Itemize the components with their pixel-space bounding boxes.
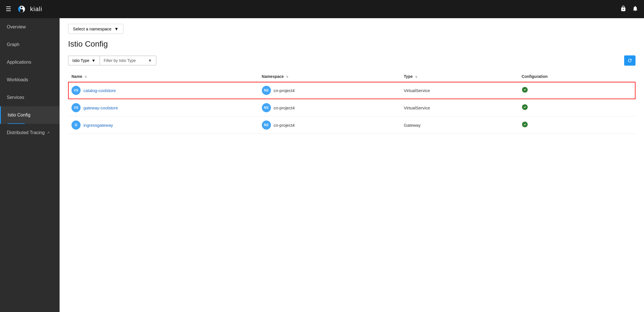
namespace-selector-chevron: ▼ <box>114 26 119 31</box>
page-title: Istio Config <box>68 39 635 49</box>
badge-ns-ingress: NS <box>262 120 271 130</box>
sidebar-item-istio-config[interactable]: Istio Config <box>0 106 60 124</box>
cell-type-gateway: VirtualService <box>400 99 518 117</box>
app-title: kiali <box>30 5 42 13</box>
sidebar-item-graph-label: Graph <box>7 42 53 47</box>
sidebar-item-services[interactable]: Services <box>0 89 60 106</box>
table-header: Name ⇅ Namespace ⇅ Type ⇅ Configuration <box>68 71 635 82</box>
badge-g-ingress: G <box>71 120 81 130</box>
filter-bar: Istio Type ▼ Filter by Istio Type ▼ <box>68 55 635 66</box>
sort-type-icon: ⇅ <box>415 75 417 78</box>
cell-name-ingress: G ingressgateway <box>68 117 258 134</box>
link-gateway-coolstore[interactable]: gateway-coolstore <box>83 105 118 110</box>
cell-status-ingress <box>518 117 635 134</box>
istio-config-table: Name ⇅ Namespace ⇅ Type ⇅ Configuration <box>68 71 635 134</box>
sort-name-icon: ⇅ <box>85 75 87 78</box>
cell-namespace-gateway: NS cn-project4 <box>258 99 401 117</box>
refresh-button[interactable] <box>624 55 635 66</box>
header-right <box>620 5 638 13</box>
namespace-gateway: cn-project4 <box>274 105 295 110</box>
kiali-logo-icon <box>16 3 27 15</box>
link-catalog-coolstore[interactable]: catalog-coolstore <box>83 88 116 93</box>
table-row: G ingressgateway NS cn-project4 Gateway <box>68 117 635 134</box>
filter-placeholder: Filter by Istio Type <box>104 58 136 63</box>
col-name[interactable]: Name ⇅ <box>68 71 258 82</box>
svg-point-1 <box>21 7 22 8</box>
sidebar-item-workloads-label: Workloads <box>7 77 53 82</box>
cell-status-gateway <box>518 99 635 117</box>
logo-area: kiali <box>16 3 42 15</box>
sidebar-item-workloads[interactable]: Workloads <box>0 71 60 89</box>
badge-ns-catalog: NS <box>262 86 271 95</box>
namespace-catalog: cn-project4 <box>274 88 295 93</box>
sidebar-item-distributed-tracing-label: Distributed Tracing ↗ <box>7 130 53 135</box>
cell-type-catalog: VirtualService <box>400 82 518 99</box>
status-ok-icon-ingress <box>522 122 528 129</box>
filter-dropdown-chevron: ▼ <box>148 58 152 63</box>
sidebar: Overview Graph Applications Workloads Se… <box>0 18 60 312</box>
cell-name-gateway: VS gateway-coolstore <box>68 99 258 117</box>
sidebar-item-applications[interactable]: Applications <box>0 53 60 71</box>
istio-type-label: Istio Type <box>72 58 89 63</box>
hamburger-icon[interactable]: ☰ <box>6 5 11 13</box>
bell-icon[interactable] <box>632 5 638 13</box>
sidebar-item-istio-config-label: Istio Config <box>8 113 53 118</box>
sidebar-item-services-label: Services <box>7 95 53 100</box>
top-header: ☰ kiali <box>0 0 644 18</box>
main-content: Select a namespace ▼ Istio Config Istio … <box>60 18 644 312</box>
badge-vs-gateway: VS <box>71 103 81 112</box>
namespace-selector-label: Select a namespace <box>73 26 111 31</box>
link-ingressgateway[interactable]: ingressgateway <box>83 123 113 128</box>
col-namespace[interactable]: Namespace ⇅ <box>258 71 401 82</box>
external-link-icon: ↗ <box>47 131 50 135</box>
sidebar-item-overview[interactable]: Overview <box>0 18 60 36</box>
istio-type-chevron: ▼ <box>92 58 96 63</box>
col-configuration: Configuration <box>518 71 635 82</box>
namespace-selector[interactable]: Select a namespace ▼ <box>68 24 123 34</box>
sidebar-item-graph[interactable]: Graph <box>0 36 60 53</box>
main-layout: Overview Graph Applications Workloads Se… <box>0 18 644 312</box>
cell-namespace-catalog: NS cn-project4 <box>258 82 401 99</box>
cell-namespace-ingress: NS cn-project4 <box>258 117 401 134</box>
cell-status-catalog <box>518 82 635 99</box>
lock-icon[interactable] <box>620 5 626 13</box>
sort-namespace-icon: ⇅ <box>286 75 288 78</box>
status-ok-icon-catalog <box>522 88 528 94</box>
col-type[interactable]: Type ⇅ <box>400 71 518 82</box>
cell-name-catalog: VS catalog-coolstore <box>68 82 258 99</box>
istio-type-filter-button[interactable]: Istio Type ▼ <box>68 56 100 65</box>
badge-ns-gateway: NS <box>262 103 271 112</box>
filter-by-istio-type-dropdown[interactable]: Filter by Istio Type ▼ <box>100 56 156 65</box>
table-body: VS catalog-coolstore NS cn-project4 Virt… <box>68 82 635 134</box>
table-row: VS gateway-coolstore NS cn-project4 Virt… <box>68 99 635 117</box>
sidebar-item-distributed-tracing[interactable]: Distributed Tracing ↗ <box>0 124 60 142</box>
namespace-ingress: cn-project4 <box>274 123 295 128</box>
sidebar-item-applications-label: Applications <box>7 60 53 65</box>
sidebar-item-overview-label: Overview <box>7 24 53 30</box>
badge-vs-catalog: VS <box>71 86 81 95</box>
table-row: VS catalog-coolstore NS cn-project4 Virt… <box>68 82 635 99</box>
cell-type-ingress: Gateway <box>400 117 518 134</box>
status-ok-icon-gateway <box>522 105 528 111</box>
